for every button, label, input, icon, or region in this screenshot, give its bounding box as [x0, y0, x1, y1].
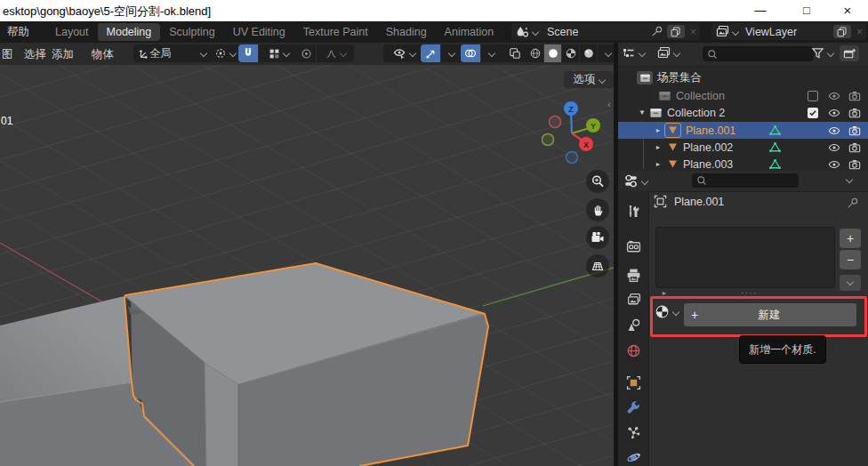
tab-animation[interactable]: Animation — [436, 23, 503, 41]
overlays-dropdown[interactable] — [481, 44, 502, 62]
viewport-options-dropdown[interactable]: 选项 — [564, 71, 614, 88]
snap-target-dropdown[interactable] — [259, 44, 298, 62]
breadcrumb-object-name[interactable]: Plane.001 — [674, 196, 724, 208]
mesh-object-selected[interactable] — [125, 263, 488, 466]
shading-solid-button[interactable] — [544, 44, 561, 62]
tab-physics[interactable] — [624, 448, 642, 466]
camera-view-button[interactable] — [586, 226, 609, 249]
gizmos-toggle[interactable] — [421, 44, 440, 62]
properties-options-chevron-icon[interactable] — [846, 176, 853, 183]
row-collection[interactable]: Collection — [618, 87, 868, 104]
viewlayer-name[interactable]: ViewLayer — [745, 26, 797, 38]
toggle-ortho-button[interactable] — [586, 254, 609, 277]
tab-modifiers[interactable] — [624, 398, 642, 416]
exclude-checkbox-unchecked[interactable] — [808, 91, 818, 101]
help-menu[interactable]: 帮助 — [7, 25, 29, 40]
row-plane-001-selected[interactable]: ► Plane.001 — [618, 122, 868, 139]
unlink-scene-icon[interactable]: × — [690, 26, 696, 38]
tab-texture-paint[interactable]: Texture Paint — [294, 23, 377, 41]
pin-icon[interactable] — [846, 197, 859, 210]
gizmos-dropdown[interactable] — [441, 44, 462, 62]
new-scene-button[interactable] — [667, 25, 685, 38]
shading-wireframe-button[interactable] — [526, 44, 543, 62]
pivot-point-dropdown[interactable] — [207, 44, 243, 62]
navigation-gizmo[interactable]: Z Y X — [529, 89, 618, 171]
properties-editor-type-dropdown[interactable] — [623, 173, 647, 189]
row-label[interactable]: Plane.001 — [686, 125, 735, 137]
shading-material-button[interactable] — [562, 44, 579, 62]
shading-rendered-button[interactable] — [580, 44, 597, 62]
outliner-display-mode-dropdown[interactable] — [656, 46, 679, 60]
hide-eye-icon[interactable] — [828, 125, 840, 137]
row-label[interactable]: Plane.003 — [683, 158, 733, 171]
outliner-search-input[interactable] — [703, 46, 814, 61]
close-button[interactable]: × — [832, 0, 863, 21]
xray-toggle[interactable] — [501, 44, 529, 62]
minimize-button[interactable]: — — [745, 0, 776, 21]
tab-view-layer[interactable] — [624, 291, 642, 309]
proportional-falloff-dropdown[interactable] — [317, 44, 354, 62]
tab-tool[interactable] — [624, 203, 642, 221]
outliner-filter-dropdown[interactable] — [811, 46, 833, 60]
remove-viewlayer-icon[interactable]: × — [856, 26, 863, 38]
new-viewlayer-button[interactable] — [833, 25, 851, 38]
tab-scene[interactable] — [624, 316, 642, 333]
viewport-3d[interactable]: 01 选项 ‹ Z Y X — [0, 65, 614, 466]
tab-world[interactable] — [624, 341, 642, 359]
pin-icon[interactable] — [650, 25, 663, 38]
add-menu[interactable]: 添加 — [52, 47, 74, 62]
tab-layout[interactable]: Layout — [46, 23, 98, 41]
collapse-triangle-icon[interactable]: ▼ — [638, 108, 647, 116]
row-label[interactable]: Collection — [676, 90, 725, 102]
panel-expand-triangle-icon[interactable]: ► — [660, 290, 669, 296]
select-menu[interactable]: 选择 — [24, 47, 46, 62]
expand-triangle-icon[interactable]: ► — [654, 161, 663, 167]
render-camera-icon[interactable] — [848, 141, 861, 154]
tab-modeling[interactable]: Modeling — [98, 23, 161, 41]
transform-orientation-dropdown[interactable]: 全局 — [133, 44, 210, 62]
gizmo-axis-neg-x[interactable] — [550, 116, 561, 128]
object-menu[interactable]: 物体 — [92, 47, 114, 62]
material-specials-dropdown[interactable] — [840, 275, 861, 291]
render-camera-icon[interactable] — [848, 125, 861, 137]
hide-eye-icon[interactable] — [828, 90, 840, 102]
viewlayer-selector[interactable]: ViewLayer × — [711, 23, 866, 40]
tab-object[interactable] — [624, 374, 642, 391]
maximize-button[interactable]: □ — [792, 0, 822, 21]
tab-shading[interactable]: Shading — [377, 23, 436, 41]
row-plane-002[interactable]: ► Plane.002 — [618, 139, 868, 156]
zoom-view-button[interactable] — [586, 170, 609, 193]
row-label[interactable]: Plane.002 — [683, 141, 733, 154]
scene-selector[interactable]: Scene × — [511, 23, 700, 40]
properties-search-input[interactable] — [692, 173, 799, 188]
snap-toggle[interactable] — [238, 44, 258, 62]
tab-uv-editing[interactable]: UV Editing — [224, 23, 294, 41]
view-menu[interactable]: 图 — [2, 47, 13, 62]
hide-eye-icon[interactable] — [828, 107, 840, 119]
hide-eye-icon[interactable] — [828, 141, 840, 154]
move-view-button[interactable] — [586, 198, 609, 221]
editor-type-dropdown[interactable] — [622, 46, 645, 60]
row-label[interactable]: 场景集合 — [657, 70, 702, 85]
gizmo-axis-neg-z[interactable] — [567, 152, 578, 164]
render-camera-icon[interactable] — [848, 90, 861, 102]
row-collection-2[interactable]: ▼ Collection 2 — [618, 104, 868, 121]
tab-particles[interactable] — [624, 423, 642, 441]
gizmo-axis-neg-y[interactable] — [542, 134, 554, 146]
remove-material-slot-button[interactable]: − — [840, 250, 861, 269]
hide-eye-icon[interactable] — [828, 158, 840, 171]
add-material-slot-button[interactable]: + — [840, 229, 861, 248]
overlays-toggle[interactable] — [461, 44, 480, 62]
row-label[interactable]: Collection 2 — [667, 107, 725, 119]
tab-sculpting[interactable]: Sculpting — [160, 23, 223, 41]
expand-triangle-icon[interactable]: ► — [654, 144, 663, 150]
visibility-dropdown[interactable] — [383, 44, 424, 62]
render-camera-icon[interactable] — [848, 158, 861, 171]
proportional-editing-toggle[interactable] — [296, 44, 316, 62]
render-camera-icon[interactable] — [848, 107, 861, 119]
tab-output[interactable] — [624, 266, 642, 284]
tab-render[interactable] — [624, 237, 642, 255]
material-slot-list[interactable] — [655, 227, 835, 288]
row-scene-collection[interactable]: 场景集合 — [618, 69, 868, 86]
exclude-checkbox-checked[interactable] — [808, 108, 818, 118]
